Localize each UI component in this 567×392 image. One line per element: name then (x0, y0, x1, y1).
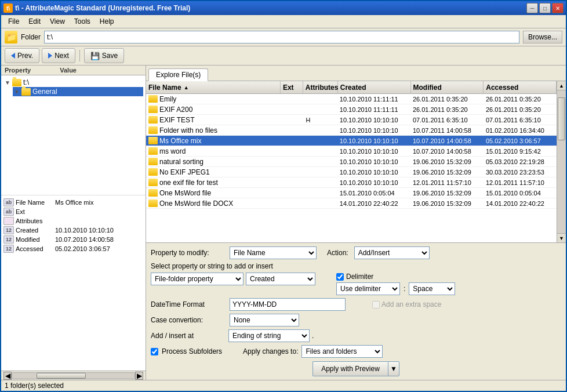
prop-modified-row: 12 Modified 10.07.2010 14:00:58 (3, 235, 143, 244)
save-button[interactable]: 💾 Save (84, 48, 124, 63)
menu-file[interactable]: File (3, 16, 24, 27)
scroll-left-btn[interactable]: ◀ (3, 372, 12, 380)
use-delimiter-select[interactable]: Use delimiter No delimiter (336, 282, 400, 295)
table-row[interactable]: Folder with no files 10.10.2010 10:10:10… (146, 125, 557, 136)
modified-icon: 12 (3, 235, 14, 244)
file-list-inner: File Name ▲ Ext Attributes Created (146, 81, 557, 242)
accessed-prop-value: 05.02.2010 3:06:57 (55, 245, 110, 252)
menu-view[interactable]: View (45, 16, 70, 27)
file-cell-name: Emily (146, 95, 281, 103)
table-row[interactable]: one exif file for test 10.10.2010 10:10:… (146, 177, 557, 188)
file-folder-property-select[interactable]: File-folder property Custom string (151, 273, 243, 285)
h-scrollbar-track[interactable] (12, 372, 135, 379)
vscroll-up-btn[interactable]: ▲ (557, 81, 566, 90)
table-row[interactable]: ms word 10.10.2010 10:10:10 10.07.2010 1… (146, 146, 557, 157)
accessed-icon: 12 (3, 245, 14, 253)
scroll-right-btn[interactable]: ▶ (135, 372, 143, 380)
table-row[interactable]: natural sorting 10.10.2010 10:10:10 19.0… (146, 157, 557, 167)
tree-area[interactable]: ▼ t:\ ▼ General (1, 75, 146, 195)
case-select[interactable]: None UPPERCASE lowercase Title Case (230, 314, 299, 326)
menu-help[interactable]: Help (95, 16, 119, 27)
browse-button[interactable]: Browse... (523, 31, 562, 43)
file-cell-created: 15.01.2010 0:05:04 (337, 190, 410, 197)
tab-bar: Explore File(s) (146, 66, 566, 81)
attributes-prop-name: Attributes (16, 217, 55, 224)
main-content: Property Value ▼ t:\ ▼ General (1, 66, 566, 380)
table-row[interactable]: No EXIF JPEG1 10.10.2010 10:10:10 19.06.… (146, 167, 557, 177)
window-title: t\ - AttributeMagic Standard (Unregister… (15, 4, 190, 12)
file-name-text: One MsWord file (159, 189, 211, 197)
file-cell-accessed: 01.02.2010 16:34:40 (484, 127, 557, 134)
delimiter-checkbox[interactable] (336, 273, 344, 281)
menu-edit[interactable]: Edit (24, 16, 45, 27)
file-folder-selects: File-folder property Custom string Creat… (151, 273, 315, 285)
attributes-icon (3, 217, 14, 225)
table-row[interactable]: Emily 10.10.2010 11:11:11 26.01.2011 0:3… (146, 94, 557, 104)
col-header-accessed[interactable]: Accessed (484, 81, 557, 93)
file-cell-accessed: 26.01.2011 0:35:20 (484, 96, 557, 103)
next-button[interactable]: Next (42, 48, 75, 63)
apply-changes-label: Apply changes to: (243, 347, 298, 355)
subfolder-row: Process Subfolders Apply changes to: Fil… (151, 345, 561, 358)
folder-path-input[interactable] (44, 31, 519, 43)
status-text: 1 folder(s) selected (5, 382, 64, 390)
delimiter-section: Delimiter Use delimiter No delimiter : S… (336, 273, 455, 295)
ending-of-string-select[interactable]: Ending of string Beginning of string Pos… (228, 329, 310, 342)
file-list-header: File Name ▲ Ext Attributes Created (146, 81, 557, 94)
file-name-text: EXIF A200 (159, 106, 192, 114)
process-subfolders-checkbox[interactable] (151, 348, 158, 355)
minimize-button[interactable]: ─ (526, 3, 538, 13)
right-panel: Explore File(s) File Name ▲ Ext (146, 66, 566, 380)
created-select[interactable]: Created Modified Accessed File Name Ext (246, 273, 315, 285)
vscroll-track[interactable] (557, 90, 566, 233)
left-panel-scrollbar[interactable]: ◀ ▶ (1, 371, 146, 380)
col-header-modified[interactable]: Modified (411, 81, 484, 93)
apply-dropdown-button[interactable]: ▼ (388, 361, 399, 376)
apply-with-preview-button[interactable]: Apply with Preview (312, 361, 388, 376)
maximize-button[interactable]: □ (539, 3, 551, 13)
table-row[interactable]: EXIF TEST H 10.10.2010 10:10:10 07.01.20… (146, 115, 557, 125)
table-row[interactable]: One MsWord file DOCX 14.01.2010 22:40:22… (146, 198, 557, 209)
action-select[interactable]: Add/Insert Replace Remove (354, 246, 430, 259)
datetime-format-input[interactable] (230, 298, 346, 311)
property-to-modify-select[interactable]: File Name Ext Attributes Created Modifie… (230, 246, 317, 259)
files-folders-select[interactable]: Files and folders Files only Folders onl… (301, 345, 383, 358)
file-cell-name: One MsWord file (146, 189, 281, 197)
tree-root[interactable]: ▼ t:\ (3, 78, 143, 87)
table-row[interactable]: One MsWord file 15.01.2010 0:05:04 19.06… (146, 188, 557, 198)
file-list-container: File Name ▲ Ext Attributes Created (146, 81, 566, 242)
tree-general-node[interactable]: ▼ General (13, 87, 143, 96)
vscroll-down-btn[interactable]: ▼ (557, 233, 566, 242)
save-icon: 💾 (90, 52, 100, 60)
vertical-scrollbar[interactable]: ▲ ▼ (557, 81, 566, 242)
prev-button[interactable]: Prev. (5, 48, 39, 63)
col-header-ext[interactable]: Ext (281, 81, 303, 93)
app-icon: t\ (3, 3, 13, 13)
file-cell-modified: 07.01.2011 6:35:10 (410, 117, 484, 124)
process-subfolders-label: Process Subfolders (162, 347, 222, 355)
add-extra-space-checkbox[interactable] (372, 301, 380, 308)
file-name-text: One MsWord file DOCX (159, 199, 233, 208)
table-row[interactable]: Ms Office mix 10.10.2010 10:10:10 10.07.… (146, 136, 557, 146)
save-label: Save (102, 52, 118, 60)
folder-icon: 📁 (5, 31, 17, 43)
file-folder-icon (148, 199, 158, 207)
col-header-attr[interactable]: Attributes (303, 81, 338, 93)
tab-explore-files[interactable]: Explore File(s) (148, 68, 208, 81)
col-header-created[interactable]: Created (338, 81, 411, 93)
tree-child[interactable]: ▼ General (3, 87, 143, 96)
space-select[interactable]: Space Tab None (409, 282, 455, 295)
close-button[interactable]: ✕ (552, 3, 564, 13)
table-row[interactable]: EXIF A200 10.10.2010 11:11:11 26.01.2011… (146, 104, 557, 115)
menu-tools[interactable]: Tools (70, 16, 95, 27)
file-folder-icon (148, 116, 158, 124)
file-cell-name: ms word (146, 147, 281, 155)
main-window: t\ t\ - AttributeMagic Standard (Unregis… (0, 0, 567, 392)
col-header-filename[interactable]: File Name ▲ (146, 81, 281, 93)
file-folder-icon (148, 189, 158, 197)
file-cell-attr: H (303, 117, 337, 124)
ext-prop-name: Ext (16, 208, 55, 215)
file-cell-name: natural sorting (146, 158, 281, 166)
action-label: Action: (327, 249, 348, 257)
file-cell-modified: 10.07.2011 14:00:58 (410, 127, 484, 134)
